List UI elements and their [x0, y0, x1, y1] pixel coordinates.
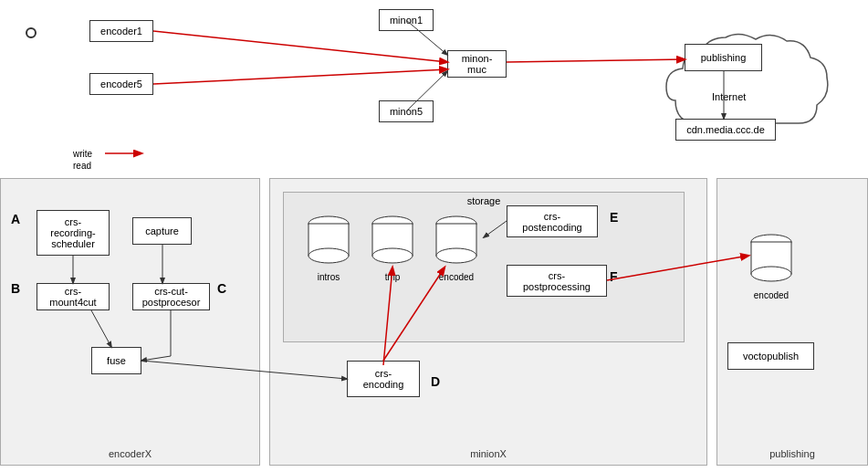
diagram-container: encoder1 encoder5 write read minon1 mino… — [0, 0, 868, 472]
cylinder-intros: intros — [306, 215, 351, 282]
box-voctopublish: voctopublish — [727, 342, 814, 370]
svg-point-5 — [372, 248, 413, 263]
box-encoder5: encoder5 — [89, 73, 153, 95]
box-crs-mount: crs-mount4cut — [37, 283, 110, 310]
box-crs-cut: crs-cut-postprocesor — [132, 283, 210, 310]
box-minon5: minon5 — [379, 100, 434, 122]
box-capture: capture — [132, 217, 192, 245]
cylinder-tmp: tmp — [370, 215, 415, 282]
svg-point-8 — [436, 248, 476, 263]
box-minon-muc: minon-muc — [447, 50, 507, 78]
box-cdn: cdn.media.ccc.de — [675, 119, 776, 141]
svg-point-11 — [751, 267, 791, 281]
panel-publishing: publishing — [716, 178, 868, 466]
box-encoder1: encoder1 — [89, 20, 153, 42]
box-crs-encoding: crs-encoding — [347, 361, 420, 397]
box-fuse: fuse — [91, 347, 141, 374]
label-B: B — [11, 281, 20, 296]
box-minon1: minon1 — [379, 9, 434, 31]
svg-line-13 — [153, 69, 447, 84]
legend-dot — [26, 27, 37, 38]
write-read-label: write read — [73, 148, 92, 172]
internet-label: Internet — [712, 91, 746, 102]
svg-point-2 — [309, 248, 349, 263]
label-C: C — [217, 281, 226, 296]
box-crs-postenc: crs-postencoding — [507, 205, 598, 237]
label-F: F — [610, 269, 618, 284]
box-crs-postproc: crs-postprocessing — [507, 265, 607, 297]
svg-line-12 — [153, 31, 447, 62]
label-E: E — [610, 210, 618, 225]
cylinder-encoded: encoded — [434, 215, 479, 282]
box-publishing-top: publishing — [685, 44, 762, 71]
cylinder-encoded-pub: encoded — [748, 233, 794, 300]
label-A: A — [11, 212, 20, 226]
box-crs-rec: crs-recording-scheduler — [37, 210, 110, 256]
label-D: D — [431, 374, 440, 389]
